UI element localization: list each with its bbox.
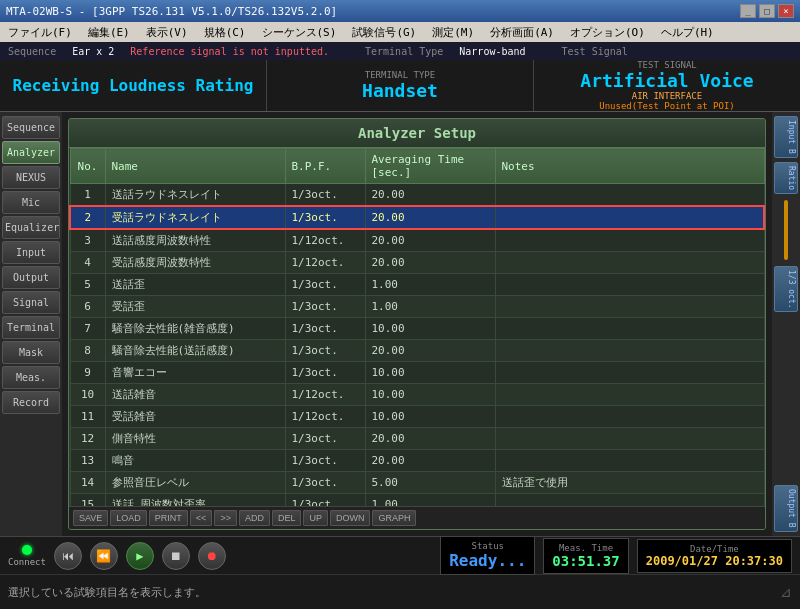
col-header-name: Name — [105, 149, 285, 184]
table-row[interactable]: 10 送話雑音 1/12oct. 10.00 — [70, 384, 764, 406]
output-b-button[interactable]: Output B — [774, 485, 798, 532]
sidebar-item-output[interactable]: Output — [2, 266, 60, 289]
row-name: 送話 周波数対歪率 — [105, 494, 285, 507]
del-button[interactable]: DEL — [272, 510, 302, 526]
row-avg: 10.00 — [365, 384, 495, 406]
menu-help[interactable]: ヘルプ(H) — [657, 24, 718, 41]
menu-signal[interactable]: 試験信号(G) — [348, 24, 420, 41]
row-name: 側音特性 — [105, 428, 285, 450]
row-notes — [495, 184, 764, 207]
prev-prev-button[interactable]: << — [190, 510, 213, 526]
row-bpf: 1/3oct. — [285, 362, 365, 384]
sidebar-item-equalizer[interactable]: Equalizer — [2, 216, 60, 239]
rewind-button[interactable]: ⏮ — [54, 542, 82, 570]
row-avg: 20.00 — [365, 184, 495, 207]
close-button[interactable]: × — [778, 4, 794, 18]
menu-bar: ファイル(F) 編集(E) 表示(V) 規格(C) シーケンス(S) 試験信号(… — [0, 22, 800, 42]
row-name: 参照音圧レベル — [105, 472, 285, 494]
up-button[interactable]: UP — [303, 510, 328, 526]
sidebar-item-signal[interactable]: Signal — [2, 291, 60, 314]
sidebar-item-analyzer[interactable]: Analyzer — [2, 141, 60, 164]
table-row[interactable]: 7 騒音除去性能(雑音感度) 1/3oct. 10.00 — [70, 318, 764, 340]
menu-sequence[interactable]: シーケンス(S) — [258, 24, 341, 41]
resize-handle[interactable]: ⊿ — [780, 584, 792, 600]
sidebar-item-terminal[interactable]: Terminal — [2, 316, 60, 339]
table-row[interactable]: 6 受話歪 1/3oct. 1.00 — [70, 296, 764, 318]
title-bar-controls: _ □ × — [740, 4, 794, 18]
row-name: 受話歪 — [105, 296, 285, 318]
row-avg: 20.00 — [365, 428, 495, 450]
row-name: 受話ラウドネスレイト — [105, 206, 285, 229]
content-area: Analyzer Setup No. Name B.P.F. Averaging… — [62, 112, 772, 536]
table-row[interactable]: 5 送話歪 1/3oct. 1.00 — [70, 274, 764, 296]
datetime-label: Date/Time — [646, 544, 783, 554]
input-b-button[interactable]: Input B — [774, 116, 798, 158]
play-button[interactable]: ▶ — [126, 542, 154, 570]
table-row[interactable]: 13 鳴音 1/3oct. 20.00 — [70, 450, 764, 472]
down-button[interactable]: DOWN — [330, 510, 371, 526]
row-avg: 10.00 — [365, 318, 495, 340]
menu-file[interactable]: ファイル(F) — [4, 24, 76, 41]
table-row[interactable]: 9 音響エコー 1/3oct. 10.00 — [70, 362, 764, 384]
back-button[interactable]: ⏪ — [90, 542, 118, 570]
minimize-button[interactable]: _ — [740, 4, 756, 18]
record-button[interactable]: ⏺ — [198, 542, 226, 570]
menu-measure[interactable]: 測定(M) — [428, 24, 478, 41]
connect-label: Connect — [8, 557, 46, 567]
table-body: 1 送話ラウドネスレイト 1/3oct. 20.00 2 受話ラウドネスレイト … — [70, 184, 764, 507]
row-notes — [495, 252, 764, 274]
row-notes — [495, 406, 764, 428]
header-center: Terminal Type Handset — [267, 60, 534, 111]
meas-time-box: Meas. Time 03:51.37 — [543, 538, 628, 574]
table-row[interactable]: 2 受話ラウドネスレイト 1/3oct. 20.00 — [70, 206, 764, 229]
table-row[interactable]: 8 騒音除去性能(送話感度) 1/3oct. 20.00 — [70, 340, 764, 362]
status-value: Ready... — [449, 551, 526, 570]
ratio-button[interactable]: Ratio — [774, 162, 798, 194]
transport-bar: Connect ⏮ ⏪ ▶ ⏹ ⏺ Status Ready... Meas. … — [0, 536, 800, 574]
table-row[interactable]: 11 受話雑音 1/12oct. 10.00 — [70, 406, 764, 428]
status-area: Status Ready... Meas. Time 03:51.37 Date… — [234, 536, 792, 575]
oct-button[interactable]: 1/3 oct. — [774, 266, 798, 313]
table-row[interactable]: 14 参照音圧レベル 1/3oct. 5.00 送話歪で使用 — [70, 472, 764, 494]
table-row[interactable]: 15 送話 周波数対歪率 1/3oct. 1.00 — [70, 494, 764, 507]
menu-edit[interactable]: 編集(E) — [84, 24, 134, 41]
sidebar-item-mask[interactable]: Mask — [2, 341, 60, 364]
row-no: 11 — [70, 406, 105, 428]
sidebar-item-sequence[interactable]: Sequence — [2, 116, 60, 139]
meas-time-value: 03:51.37 — [552, 553, 619, 569]
row-bpf: 1/3oct. — [285, 428, 365, 450]
add-button[interactable]: ADD — [239, 510, 270, 526]
row-notes — [495, 450, 764, 472]
menu-standard[interactable]: 規格(C) — [200, 24, 250, 41]
table-row[interactable]: 3 送話感度周波数特性 1/12oct. 20.00 — [70, 229, 764, 252]
maximize-button[interactable]: □ — [759, 4, 775, 18]
table-row[interactable]: 1 送話ラウドネスレイト 1/3oct. 20.00 — [70, 184, 764, 207]
sidebar-item-meas[interactable]: Meas. — [2, 366, 60, 389]
sidebar-item-mic[interactable]: Mic — [2, 191, 60, 214]
next-next-button[interactable]: >> — [214, 510, 237, 526]
menu-view[interactable]: 表示(V) — [142, 24, 192, 41]
analyzer-table[interactable]: No. Name B.P.F. Averaging Time [sec.] No… — [69, 148, 765, 506]
print-button[interactable]: PRINT — [149, 510, 188, 526]
row-bpf: 1/3oct. — [285, 340, 365, 362]
row-no: 7 — [70, 318, 105, 340]
menu-options[interactable]: オプション(O) — [566, 24, 649, 41]
col-header-notes: Notes — [495, 149, 764, 184]
save-button[interactable]: SAVE — [73, 510, 108, 526]
row-no: 4 — [70, 252, 105, 274]
sidebar-item-input[interactable]: Input — [2, 241, 60, 264]
row-no: 10 — [70, 384, 105, 406]
menu-analysis[interactable]: 分析画面(A) — [486, 24, 558, 41]
stop-button[interactable]: ⏹ — [162, 542, 190, 570]
row-name: 騒音除去性能(送話感度) — [105, 340, 285, 362]
row-no: 3 — [70, 229, 105, 252]
load-button[interactable]: LOAD — [110, 510, 147, 526]
table-row[interactable]: 12 側音特性 1/3oct. 20.00 — [70, 428, 764, 450]
sidebar-item-record[interactable]: Record — [2, 391, 60, 414]
sidebar-item-nexus[interactable]: NEXUS — [2, 166, 60, 189]
analyzer-title: Analyzer Setup — [69, 119, 765, 148]
row-bpf: 1/3oct. — [285, 184, 365, 207]
table-row[interactable]: 4 受話感度周波数特性 1/12oct. 20.00 — [70, 252, 764, 274]
graph-button[interactable]: GRAPH — [372, 510, 416, 526]
analyzer-panel: Analyzer Setup No. Name B.P.F. Averaging… — [68, 118, 766, 530]
